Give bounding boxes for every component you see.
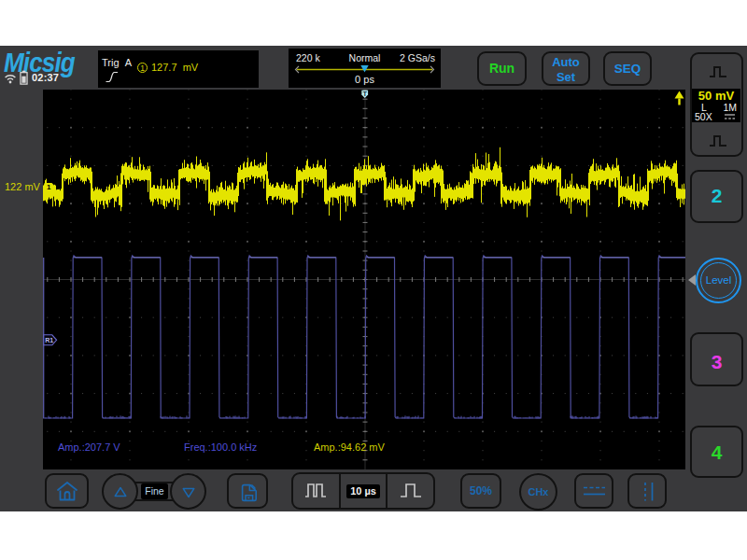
svg-text:T: T [362, 90, 367, 98]
svg-text:1: 1 [47, 183, 51, 191]
svg-text:R1: R1 [45, 337, 53, 343]
